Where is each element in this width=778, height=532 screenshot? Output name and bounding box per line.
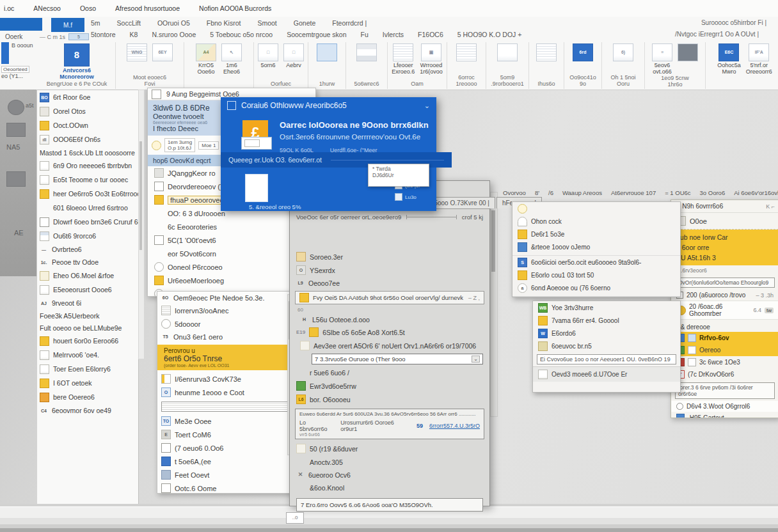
scrollbar-thumb[interactable] xyxy=(491,210,495,272)
slider-track[interactable] xyxy=(406,217,456,217)
context-menu-item[interactable]: 7vama 66rr er4. Gooool xyxy=(533,314,680,327)
ribbon-button[interactable]: Lfeooer Exroeo.6 xyxy=(392,43,415,75)
document-preview-icon[interactable] xyxy=(245,174,268,202)
folder-item[interactable]: Oorel Otos xyxy=(37,104,138,118)
mf-tab[interactable]: M.f xyxy=(51,18,84,32)
list-item[interactable]: TO Me3e Ooee xyxy=(157,414,296,428)
folder-item[interactable]: Mastod 1 6sck.Ub Ltt ooosoorre xyxy=(37,146,138,159)
context-menu-item[interactable]: De6r1 5o3e xyxy=(512,228,680,240)
grid-icon[interactable] xyxy=(6,123,26,137)
folders-scrollbar[interactable] xyxy=(138,90,145,359)
ribbon-button[interactable]: ↖1m6 Eheo6 xyxy=(221,43,242,75)
list-item[interactable]: Iorrervn3/ooAnec xyxy=(157,304,296,317)
menu-item[interactable]: Nofion AOO0A Bucrords xyxy=(199,4,271,12)
ribbon-tab[interactable]: SoccLift xyxy=(117,19,141,27)
list-item[interactable]: O YSexrdx xyxy=(290,263,489,277)
document-row[interactable]: O0oe xyxy=(671,213,778,230)
context-menu-item[interactable]: E6orlo cou1 03 tort 50 xyxy=(512,269,680,281)
list-item[interactable]: 50 (r19 &6duver xyxy=(290,442,489,455)
combo-box[interactable]: 7 3.3rvuo5e Ouruoe o (Ther 9ooo ⌄ xyxy=(312,354,483,364)
folder-item[interactable]: ıll OOO6E6f On6s xyxy=(37,132,138,146)
context-menu-item[interactable]: WB Yoe 3rtv3hurre xyxy=(533,301,680,314)
list-item[interactable]: Soroeo.3er xyxy=(290,250,489,263)
link-row[interactable]: .H95 Gartovt xyxy=(671,412,778,418)
notice-link[interactable]: 6rrorr557.4.U.3r5rO xyxy=(429,423,480,429)
list-item[interactable]: Anoctv.305 xyxy=(290,455,489,469)
context-menu-item[interactable]: Ohon cock xyxy=(512,215,680,228)
ribbon-button[interactable]: 6EY xyxy=(152,43,173,61)
ribbon-button[interactable] xyxy=(497,43,518,61)
folder-item[interactable]: houert 6or0o Eeroo66 xyxy=(37,334,138,348)
context-menu-item[interactable]: 6oeuvoc br.n5 xyxy=(533,340,680,352)
folder-item[interactable]: I 6OT oetoek xyxy=(37,376,138,390)
folder-item[interactable]: Melrrvoo6 'oe4. xyxy=(37,348,138,362)
menu-item[interactable]: Afresood hrusortuooe xyxy=(115,4,180,12)
ribbon-button[interactable]: WNG xyxy=(127,43,147,61)
spinner-box[interactable]: ..0 xyxy=(286,512,304,524)
ribbon-aux-text[interactable]: Surooooc o5hirrbor Fi | xyxy=(701,19,766,26)
menu-item[interactable]: i.oc xyxy=(4,4,14,12)
list-item[interactable]: Ootc.6 Oome xyxy=(157,481,296,494)
folder-item[interactable]: 1c. Peooe ttv Odoe xyxy=(37,256,138,269)
folder-item[interactable]: AJ 9rveoot 6i xyxy=(37,297,138,309)
format-row[interactable]: 3c 6wce 1Oe3 xyxy=(671,356,778,368)
list-item[interactable]: Aev3ee orert A5Or6 6' noUert Orv1.nA6r6r… xyxy=(290,339,489,352)
list-item[interactable]: L9 Oeooo7ee xyxy=(290,277,489,289)
folder-item[interactable]: E5eoeorusrt Oooe6 xyxy=(37,283,138,297)
ribbon-tab[interactable]: Fteorrdcrd | xyxy=(332,19,367,27)
ribbon-tab[interactable]: N.sruroo Oooe xyxy=(152,31,196,38)
list-item[interactable]: Feet Ooevt xyxy=(157,468,296,481)
folder-item[interactable]: bere Ooereo6 xyxy=(37,390,138,404)
list-item[interactable]: O heunme 1eooo e Coot xyxy=(157,386,296,399)
ribbon-button[interactable]: □Aebrv xyxy=(283,43,304,69)
mini-dropdown-popup[interactable]: * Twrda DJ6d6Ur xyxy=(368,164,429,187)
format-row-selected[interactable]: Oereoo xyxy=(671,344,778,356)
folder-item[interactable]: Ooct.OOwn xyxy=(37,118,138,132)
folder-item[interactable]: — Ovrbrteo6 xyxy=(37,243,138,256)
ribbon-tab[interactable]: Fbno Kisrot xyxy=(207,19,241,27)
radio-row[interactable]: D6v4 3.Woot O6grrol6 xyxy=(671,401,778,412)
file-tab[interactable] xyxy=(0,18,42,31)
ribbon-button[interactable] xyxy=(356,43,377,61)
radio-button[interactable] xyxy=(676,403,683,410)
highlighted-block[interactable]: Perovrou u 6ert6 Or5o Tnrse (order tooe-… xyxy=(157,345,296,370)
ribbon-button[interactable] xyxy=(536,43,557,61)
text-input[interactable]: 7 Ero.6rro Oovv5 6.o6 6Aoo6 ooa'O M35O9O… xyxy=(296,498,483,512)
list-icon[interactable] xyxy=(6,171,26,187)
list-item[interactable]: L6 bor. O6oooeu xyxy=(290,393,489,406)
side-option[interactable]: Lu3o xyxy=(395,193,420,201)
format-row[interactable]: T (7c DrKovO6or6 xyxy=(671,368,778,380)
ribbon-button[interactable]: ▣Wrrooed 1r6(ovoo xyxy=(420,43,443,75)
format-row-selected[interactable]: Rrfvo-6ov xyxy=(671,332,778,344)
folder-item[interactable]: BO 6rt Roor 6oe xyxy=(37,90,138,104)
folder-item[interactable]: Fult ooeoo oe beLLMube9e xyxy=(37,322,138,334)
hint-field[interactable]: 1em 3urng O.p 10t.6J xyxy=(164,138,195,152)
ribbon-button[interactable]: IF'A5'nrf.or Oreeoorr6 xyxy=(746,43,772,75)
chevron-down-icon[interactable]: ⌄ xyxy=(472,356,480,363)
text-input[interactable]: Ei Cvovo6ue 1oo o nor Aeeuoer1 OU. 0veB6… xyxy=(537,354,676,364)
context-menu-item[interactable]: a 6ond Aoeooe ou (76 6oerno xyxy=(512,281,680,294)
list-item[interactable]: 5doooor xyxy=(157,317,296,331)
ribbon-tab[interactable]: K8 xyxy=(130,31,138,38)
ribbon-tab[interactable]: 5tontore xyxy=(91,31,116,38)
notice-option[interactable]: Lo 5brv6orr6o xyxy=(299,419,334,432)
ribbon-tab[interactable]: Ivlercts xyxy=(383,31,404,38)
list-item[interactable]: E19 6Slbe o5 6o5e Ao8 Xort6.5t xyxy=(290,325,489,339)
ribbon-button[interactable] xyxy=(317,43,337,61)
middle-scrollbar[interactable] xyxy=(490,192,498,417)
ribbon-button[interactable]: 6rd xyxy=(573,43,593,61)
list-item[interactable]: t 5oe6A,(ee xyxy=(157,455,296,468)
list-item[interactable]: ✕ 6ueoroo Ocv6 xyxy=(290,469,489,481)
context-menu-item[interactable]: W E6ordo6 xyxy=(533,327,680,340)
dialog-title-bar[interactable]: Coraiu6 Othlowvw Areoribc6o5 ⌄ xyxy=(221,97,436,114)
list-item[interactable]: &6oo.Knool xyxy=(290,481,489,494)
list-item[interactable]: I/6enrurva3 CovK73e xyxy=(157,372,296,386)
list-item[interactable]: H L56u Ooteoe.d.ooo xyxy=(290,313,489,325)
list-item[interactable]: r 5ue6 6uo6 / xyxy=(290,366,489,379)
folder-item[interactable]: Dlowrf 6oeo brn3e6 Cruruf 6ooe xyxy=(37,215,138,229)
left-col-button[interactable]: Oeoorteed xyxy=(1,66,29,73)
checkbox-row[interactable]: 200 (a6uoroco /trovo – 3 .3h xyxy=(671,290,778,301)
folder-item[interactable]: 601 6loeoo Urred 6srtroo xyxy=(37,201,138,215)
toolbar-item[interactable]: Ai 6oe6v'or16ovl xyxy=(734,189,778,196)
ribbon-button[interactable]: E6COohoc5a Mwro xyxy=(717,43,741,75)
